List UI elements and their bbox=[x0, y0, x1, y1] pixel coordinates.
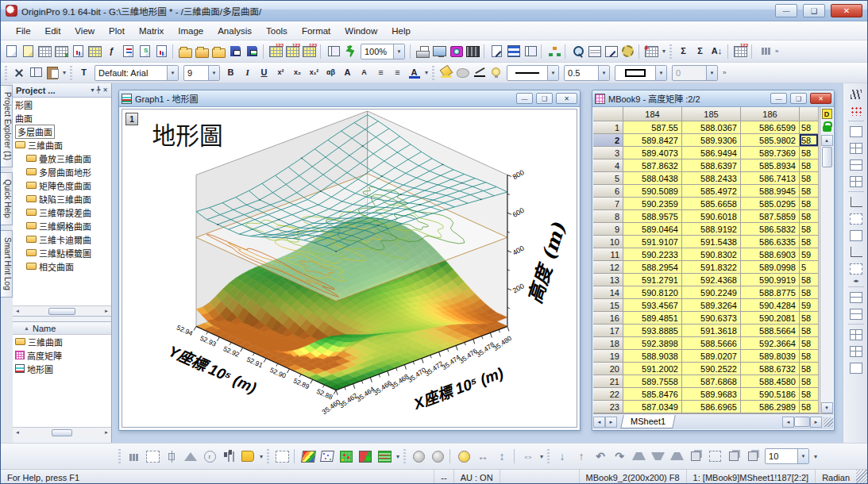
font-color-button[interactable]: A bbox=[406, 64, 422, 81]
matrix-cell-clipped[interactable]: 58 bbox=[800, 210, 819, 223]
matrix-cell[interactable]: 585.4972 bbox=[682, 185, 741, 198]
matrix-cell[interactable]: 588.9945 bbox=[741, 185, 800, 198]
matrix-cell-clipped[interactable]: 58 bbox=[800, 134, 819, 147]
tree-item[interactable]: 三維網格曲面 bbox=[13, 219, 111, 232]
tree-item[interactable]: 多层曲面 bbox=[13, 125, 111, 138]
swap-layers-icon[interactable] bbox=[847, 359, 866, 376]
underline-button[interactable]: U bbox=[256, 64, 272, 81]
matrix-cell[interactable]: 589.7369 bbox=[741, 147, 800, 159]
menu-edit[interactable]: Edit bbox=[38, 24, 68, 38]
file-list-item[interactable]: 三維曲面 bbox=[13, 335, 111, 348]
side-tab-smart-hint-log[interactable]: Smart Hint Log bbox=[1, 230, 13, 298]
font-size-select[interactable]: 9▼ bbox=[183, 65, 220, 81]
scroll-right-icon[interactable]: ► bbox=[102, 309, 110, 313]
align-button[interactable]: ≡ bbox=[372, 64, 389, 81]
corner-header-cell[interactable] bbox=[593, 107, 623, 121]
scatter-frame-icon[interactable] bbox=[143, 447, 162, 466]
matrix-cell[interactable]: 589.0207 bbox=[682, 350, 741, 363]
new-graph-icon[interactable] bbox=[70, 43, 87, 60]
toolbar-overflow-button[interactable]: ▾ bbox=[660, 48, 668, 55]
set-values-icon[interactable] bbox=[732, 43, 749, 60]
matrix-cell[interactable]: 589.4851 bbox=[623, 312, 682, 325]
matrix-cell[interactable]: 588.8775 bbox=[741, 286, 800, 299]
toolbar-drag-handle[interactable] bbox=[432, 66, 434, 80]
scroll-left-icon[interactable]: ◄ bbox=[14, 430, 21, 435]
matrix-cell[interactable]: 590.2522 bbox=[682, 363, 741, 375]
four-panel-layers-icon[interactable] bbox=[847, 140, 866, 156]
matrix-cell[interactable]: 588.9575 bbox=[623, 210, 682, 223]
statistics-chart-icon[interactable] bbox=[756, 43, 773, 60]
matrix-cell[interactable]: 586.5832 bbox=[741, 223, 800, 236]
toolbar-overflow-button[interactable]: ▾ bbox=[812, 453, 820, 460]
stock-chart-icon[interactable] bbox=[219, 447, 238, 466]
matrix-cell[interactable]: 590.2233 bbox=[623, 248, 682, 261]
app-resize-grip[interactable] bbox=[856, 470, 867, 484]
menu-tools[interactable]: Tools bbox=[259, 24, 295, 38]
axis-frame-step-icon[interactable] bbox=[847, 260, 866, 277]
matrix-cell[interactable]: 590.2081 bbox=[741, 312, 800, 325]
matrix-cell[interactable]: 590.9919 bbox=[741, 274, 800, 286]
new-function-plot-icon[interactable]: ƒ bbox=[103, 43, 120, 60]
dimensions-button[interactable]: D bbox=[822, 109, 832, 119]
sort-icon[interactable]: A↓ bbox=[708, 43, 725, 60]
matrix-cell[interactable]: 590.8120 bbox=[623, 286, 682, 299]
tree-item[interactable]: 形圖 bbox=[13, 98, 111, 111]
row-header[interactable]: 8 bbox=[593, 210, 623, 223]
row-header[interactable]: 5 bbox=[593, 172, 623, 185]
tilt-down-icon[interactable] bbox=[648, 447, 667, 466]
row-header[interactable]: 20 bbox=[593, 363, 623, 375]
matrix-cell[interactable]: 586.6599 bbox=[741, 121, 800, 134]
menu-analysis[interactable]: Analysis bbox=[210, 24, 259, 38]
menu-window[interactable]: Window bbox=[338, 24, 384, 38]
print-preview-icon[interactable] bbox=[431, 43, 448, 60]
column-header[interactable]: 186 bbox=[741, 107, 800, 121]
matrix-cell[interactable]: 586.7413 bbox=[741, 172, 800, 185]
zoom-pan-icon[interactable] bbox=[569, 43, 586, 60]
matrix-cell[interactable]: 591.9107 bbox=[623, 236, 682, 248]
zoom-select[interactable]: 100%▼ bbox=[361, 44, 405, 60]
new-workbook-icon[interactable] bbox=[37, 43, 53, 60]
resize-vertical-icon[interactable]: ↕ bbox=[492, 447, 511, 466]
matrix-cell[interactable]: 588.6732 bbox=[741, 363, 800, 375]
angle-select[interactable]: 0▼ bbox=[672, 65, 718, 81]
3d-rotate-template-icon[interactable] bbox=[272, 447, 291, 466]
matrix-close-button[interactable]: ✕ bbox=[810, 93, 831, 104]
wrap-button[interactable]: ≡ bbox=[389, 64, 406, 81]
capture-video-icon[interactable] bbox=[465, 43, 481, 60]
tree-item[interactable]: 三維點標籤圖 bbox=[13, 246, 111, 259]
extract-graphs-icon[interactable] bbox=[847, 173, 866, 190]
matrix-cell[interactable]: 586.6965 bbox=[682, 401, 741, 413]
box-chart-icon[interactable] bbox=[162, 447, 181, 466]
row-header[interactable]: 10 bbox=[593, 236, 623, 248]
import-wizard-icon[interactable] bbox=[268, 43, 284, 60]
matrix-cell-clipped[interactable]: 58 bbox=[800, 401, 819, 413]
unmask-range-icon[interactable] bbox=[428, 447, 447, 466]
matrix-cell[interactable]: 585.8476 bbox=[623, 388, 682, 401]
matrix-cell-clipped[interactable]: 58 bbox=[800, 363, 819, 375]
close-button[interactable]: ✕ bbox=[831, 4, 862, 17]
graph-page[interactable]: 1 35.46035.46235.46435.46635.46835.47035… bbox=[122, 109, 577, 428]
3d-colormap-surface-icon[interactable] bbox=[299, 447, 318, 466]
side-tab-project-explorer-[interactable]: Project Explorer (1) bbox=[1, 85, 13, 167]
resize-horizontal-icon[interactable]: ↔ bbox=[473, 447, 492, 466]
offset-cube-icon[interactable] bbox=[686, 447, 705, 466]
axis-frame-left-icon[interactable] bbox=[847, 194, 866, 210]
open-folder-icon[interactable] bbox=[177, 43, 194, 60]
toolbar-drag-handle[interactable] bbox=[403, 449, 406, 463]
line-color-button[interactable] bbox=[471, 64, 488, 81]
matrix-cell[interactable]: 590.5186 bbox=[741, 388, 800, 401]
row-header[interactable]: 17 bbox=[593, 325, 623, 337]
matrix-cell[interactable]: 588.2433 bbox=[682, 172, 741, 185]
matrix-cell-clipped[interactable]: 58 bbox=[800, 388, 819, 401]
tree-item[interactable]: 三維帶誤差曲 bbox=[13, 206, 111, 219]
italic-button[interactable]: I bbox=[239, 64, 256, 81]
axis-frame-corner-icon[interactable] bbox=[847, 244, 866, 260]
toolbar-overflow-button[interactable]: ▾ bbox=[538, 453, 546, 460]
decrease-font-button[interactable]: A bbox=[356, 64, 372, 81]
open-icon[interactable] bbox=[20, 43, 37, 60]
tree-item[interactable]: 三維曲面 bbox=[13, 138, 111, 152]
matrix-cell[interactable]: 588.9192 bbox=[682, 223, 741, 236]
open-excel-file-icon[interactable] bbox=[210, 43, 227, 60]
matrix-cell-clipped[interactable]: 58 bbox=[800, 337, 819, 350]
matrix-cell[interactable]: 589.9683 bbox=[682, 388, 741, 401]
